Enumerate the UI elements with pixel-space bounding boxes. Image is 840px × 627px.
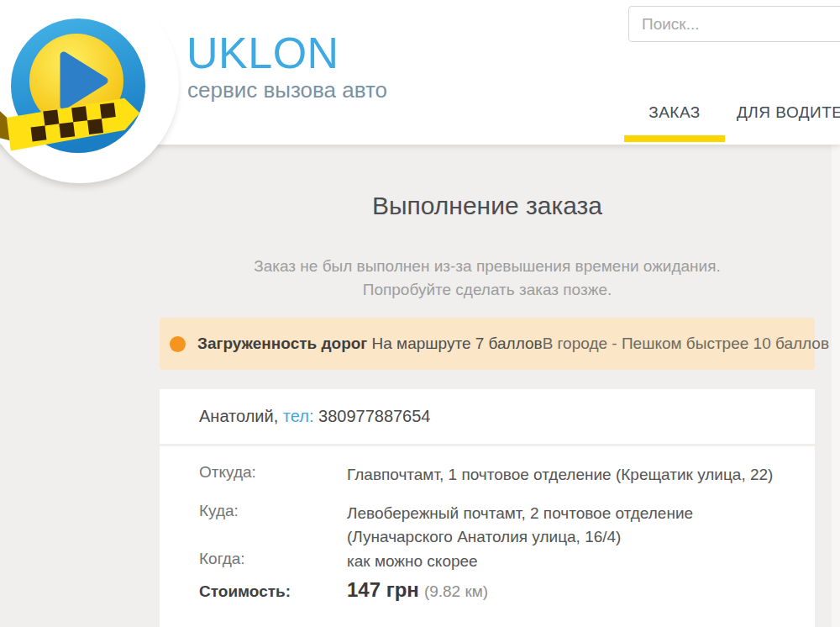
page-background-edge xyxy=(832,145,840,627)
page-title: Выполнение заказа xyxy=(160,192,815,220)
uklon-logo-icon[interactable] xyxy=(0,10,160,170)
detail-label-to: Куда: xyxy=(199,502,239,520)
tab-order-active-underline xyxy=(624,135,725,142)
client-info: Анатолий, тел: 380977887654 xyxy=(199,407,431,426)
client-name: Анатолий, xyxy=(199,407,278,425)
traffic-route-score: На маршруте 7 баллов xyxy=(372,335,543,352)
traffic-label: Загруженность дорог xyxy=(197,335,367,352)
brand-title[interactable]: UKLON xyxy=(186,28,339,78)
cost-distance: (9.82 км) xyxy=(424,582,488,600)
tab-order[interactable]: ЗАКАЗ xyxy=(624,102,725,127)
status-message-line2: Попробуйте сделать заказ позже. xyxy=(160,278,815,302)
client-phone: 380977887654 xyxy=(318,407,430,425)
traffic-level-icon xyxy=(170,336,186,352)
detail-value-when: как можно скорее xyxy=(347,550,478,573)
detail-value-to-line2: (Луначарского Анатолия улица, 16/4) xyxy=(347,525,693,549)
cost-amount: 147 грн xyxy=(347,578,419,601)
phone-link-label[interactable]: тел: xyxy=(283,407,314,425)
uklon-order-page: UKLON сервис вызова авто ЗАКАЗ ДЛЯ ВОДИТ… xyxy=(0,0,840,627)
detail-value-to: Левобережный почтамт, 2 почтовое отделен… xyxy=(347,502,693,549)
traffic-route-text: Загруженность дорог На маршруте 7 баллов xyxy=(197,335,543,353)
status-message: Заказ не был выполнен из-за превышения в… xyxy=(160,255,815,302)
detail-value-to-line1: Левобережный почтамт, 2 почтовое отделен… xyxy=(347,502,693,525)
order-details-card: Откуда: Главпочтамт, 1 почтовое отделени… xyxy=(160,446,815,627)
traffic-city-score: В городе - Пешком быстрее 10 баллов xyxy=(543,335,829,353)
detail-label-from: Откуда: xyxy=(199,463,256,482)
search-input[interactable] xyxy=(628,6,840,42)
traffic-banner: Загруженность дорог На маршруте 7 баллов… xyxy=(160,318,815,370)
cost-value: 147 грн(9.82 км) xyxy=(347,578,488,602)
tab-for-drivers[interactable]: ДЛЯ ВОДИТЕЛЕЙ xyxy=(737,102,840,127)
cost-label: Стоимость: xyxy=(199,582,291,601)
status-message-line1: Заказ не был выполнен из-за превышения в… xyxy=(160,255,815,278)
client-card: Анатолий, тел: 380977887654 xyxy=(160,389,815,444)
detail-label-when: Когда: xyxy=(199,550,245,568)
detail-value-from: Главпочтамт, 1 почтовое отделение (Креща… xyxy=(347,463,773,487)
brand-subtitle: сервис вызова авто xyxy=(187,77,387,103)
